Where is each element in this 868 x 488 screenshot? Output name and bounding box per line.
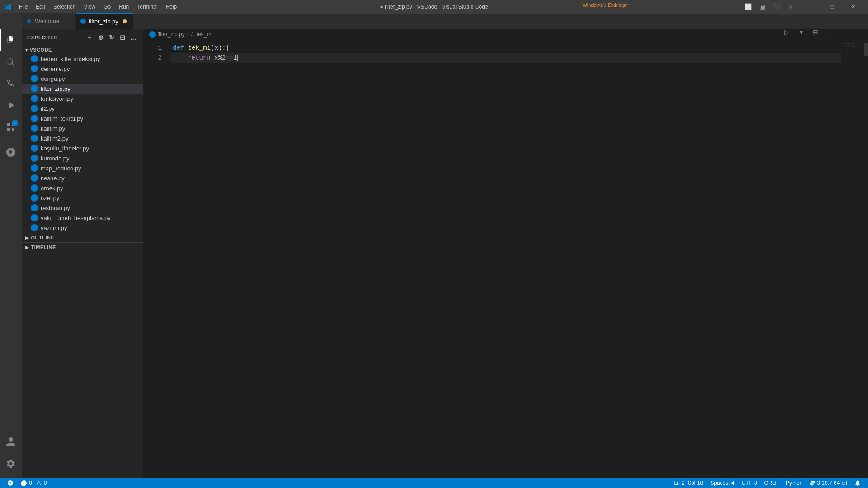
minimize-button[interactable]: ─ <box>801 0 822 14</box>
file-yazilim[interactable]: yazılım.py <box>22 223 143 233</box>
menu-edit[interactable]: Edit <box>32 3 49 11</box>
status-notifications[interactable] <box>851 478 864 488</box>
outline-section-header[interactable]: ▶ OUTLINE <box>22 233 143 242</box>
file-kosullu-label: koşullu_ifadeler.py <box>41 145 89 152</box>
menu-help[interactable]: Help <box>162 3 181 11</box>
tab-close-button[interactable] <box>121 18 128 25</box>
menu-terminal[interactable]: Terminal <box>133 3 161 11</box>
file-deneme-label: deneme.py <box>41 66 70 72</box>
main-area: 1 <box>0 29 868 478</box>
status-remote[interactable] <box>4 478 17 488</box>
status-errors[interactable]: 0 0 <box>17 478 50 488</box>
folder-chevron-icon: ▾ <box>25 47 28 52</box>
python-file-icon <box>31 75 38 82</box>
file-ozel[interactable]: ozel.py <box>22 193 143 203</box>
code-editor[interactable]: 1 2 def tek_mi ( x ): <box>144 39 868 478</box>
tab-filter-zip[interactable]: filter_zip.py <box>76 13 133 29</box>
vscode-folder[interactable]: ▾ VSCODE <box>22 46 143 54</box>
status-position[interactable]: Ln 2, Col 18 <box>670 478 707 488</box>
close-button[interactable]: ✕ <box>843 0 863 14</box>
activity-search[interactable] <box>0 51 22 73</box>
menu-view[interactable]: View <box>80 3 99 11</box>
toggle-editor-layout[interactable]: ▣ <box>756 0 769 13</box>
file-kalitim[interactable]: kalitim.py <box>22 123 143 133</box>
activity-explorer[interactable] <box>0 29 22 51</box>
file-deneme[interactable]: deneme.py <box>22 64 143 74</box>
more-actions-button[interactable]: … <box>129 33 138 42</box>
python-file-icon <box>31 194 38 202</box>
activity-remote[interactable] <box>0 141 22 163</box>
file-kalitim2[interactable]: kalitim2.py <box>22 133 143 143</box>
menu-selection[interactable]: Selection <box>50 3 79 11</box>
status-line-ending-text: CRLF <box>764 480 778 486</box>
python-file-icon <box>31 224 38 231</box>
file-ornek[interactable]: ornek.py <box>22 183 143 193</box>
refresh-button[interactable]: ↻ <box>107 33 116 42</box>
file-kalitim-tekrar-label: kalitim_tekrar.py <box>41 115 83 122</box>
menu-go[interactable]: Go <box>100 3 114 11</box>
python-file-icon <box>80 19 86 24</box>
minimap: def tek_mi(x): return x%2==1 <box>841 39 868 478</box>
status-warnings-count: 0 <box>44 480 47 486</box>
cursor-line1 <box>227 45 228 51</box>
paren-open: ( <box>211 43 214 53</box>
status-language[interactable]: Python <box>782 478 806 488</box>
breadcrumb-symbol-icon: ⬡ <box>190 31 195 37</box>
file-ornek-label: ornek.py <box>41 185 63 192</box>
new-file-button[interactable]: + <box>85 33 94 42</box>
file-dongu[interactable]: dongu.py <box>22 74 143 84</box>
file-kumnda[interactable]: kumnda.py <box>22 153 143 163</box>
activity-run[interactable] <box>0 94 22 116</box>
sidebar-title: Explorer <box>27 35 58 40</box>
new-folder-button[interactable]: ⊕ <box>96 33 105 42</box>
file-filter-zip-label: filter_zip.py <box>41 85 71 92</box>
file-if2[interactable]: if2.py <box>22 103 143 113</box>
file-map-reduce[interactable]: map_reduce.py <box>22 163 143 173</box>
activity-settings[interactable] <box>0 453 22 474</box>
sidebar-header-actions: + ⊕ ↻ ⊟ … <box>85 33 138 42</box>
num-1: 1 <box>233 53 237 63</box>
customize-layout[interactable]: ⊞ <box>785 0 797 13</box>
tab-filter-zip-label: filter_zip.py <box>89 18 118 25</box>
folder-name: VSCODE <box>30 47 52 52</box>
split-editor-button[interactable]: ⊟ <box>809 29 822 38</box>
activity-extensions[interactable]: 1 <box>0 116 22 138</box>
timeline-label: TIMELINE <box>31 244 56 250</box>
more-editor-actions[interactable]: … <box>824 29 836 38</box>
status-line-ending[interactable]: CRLF <box>761 478 782 488</box>
file-fonksiyon[interactable]: fonksiyon.py <box>22 94 143 103</box>
toggle-panel[interactable]: ⬛ <box>770 0 783 13</box>
file-beden-kitle[interactable]: beden_kitle_indeksi.py <box>22 54 143 64</box>
space-1 <box>184 43 188 53</box>
file-yakit[interactable]: yakıt_ücreti_hesaplama.py <box>22 213 143 223</box>
toggle-primary-sidebar[interactable]: ⬜ <box>741 0 754 13</box>
file-kosullu[interactable]: koşullu_ifadeler.py <box>22 143 143 153</box>
code-content[interactable]: def tek_mi ( x ): return <box>166 39 841 478</box>
app-icon <box>5 3 12 10</box>
file-nesne[interactable]: nesne.py <box>22 173 143 183</box>
activity-accounts[interactable] <box>0 431 22 453</box>
file-filter-zip[interactable]: filter_zip.py <box>22 84 143 94</box>
collapse-all-button[interactable]: ⊟ <box>118 33 127 42</box>
title-bar: File Edit Selection View Go Run Terminal… <box>0 0 868 14</box>
file-beden-kitle-label: beden_kitle_indeksi.py <box>41 56 100 62</box>
menu-file[interactable]: File <box>15 3 31 11</box>
explorer-section: ▾ VSCODE beden_kitle_indeksi.py deneme.p… <box>22 46 143 478</box>
operator-eq: == <box>226 53 233 63</box>
status-spaces[interactable]: Spaces: 4 <box>707 478 738 488</box>
tab-welcome[interactable]: ❖ Welcome <box>22 13 76 29</box>
status-encoding[interactable]: UTF-8 <box>738 478 761 488</box>
status-python-version[interactable]: 3.10.7 64-bit <box>806 478 851 488</box>
file-restoran[interactable]: restoran.py <box>22 203 143 213</box>
menu-run[interactable]: Run <box>115 3 132 11</box>
activity-source-control[interactable] <box>0 73 22 94</box>
line-numbers: 1 2 <box>144 39 166 478</box>
run-python-button[interactable]: ▷ <box>780 29 793 38</box>
file-kalitim-tekrar[interactable]: kalitim_tekrar.py <box>22 113 143 123</box>
run-python-dropdown[interactable]: ▾ <box>795 29 807 38</box>
python-file-icon <box>31 55 38 62</box>
maximize-button[interactable]: □ <box>822 0 843 14</box>
timeline-section-header[interactable]: ▶ TIMELINE <box>22 242 143 252</box>
breadcrumb-symbol: tek_mi <box>197 31 212 38</box>
file-restoran-label: restoran.py <box>41 205 70 211</box>
